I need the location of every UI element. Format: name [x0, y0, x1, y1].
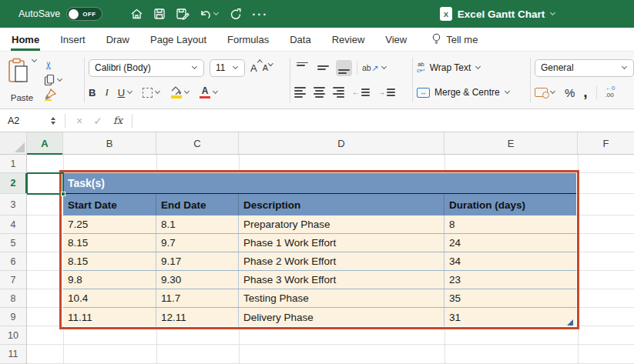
increase-indent-button[interactable]: → [377, 88, 395, 96]
formula-input[interactable] [133, 109, 634, 132]
header-end-date[interactable]: End Date [156, 194, 239, 215]
italic-button[interactable]: I [105, 86, 108, 99]
name-box-spinner[interactable] [51, 117, 55, 125]
cell-d4[interactable]: Preparatory Phase [239, 215, 444, 233]
cell-b6[interactable]: 8.15 [63, 252, 156, 270]
wrap-text-chevron-icon[interactable] [475, 65, 481, 71]
save-button[interactable] [153, 8, 166, 20]
paste-button[interactable]: Paste [6, 56, 38, 104]
tab-page-layout[interactable]: Page Layout [149, 28, 207, 51]
tab-review[interactable]: Review [331, 28, 366, 51]
orientation-button[interactable]: ab↗ [362, 63, 387, 72]
borders-button[interactable] [143, 88, 161, 98]
redo-button[interactable] [230, 8, 242, 20]
wrap-text-button[interactable]: Wrap Text [430, 62, 471, 73]
cell-d9[interactable]: Delivery Phase [239, 308, 444, 326]
header-start-date[interactable]: Start Date [63, 194, 156, 215]
cell-c8[interactable]: 11.7 [156, 289, 239, 307]
cell-c5[interactable]: 9.7 [156, 234, 239, 252]
cell-e4[interactable]: 8 [444, 215, 576, 233]
header-duration[interactable]: Duration (days) [444, 194, 576, 215]
cell-e9[interactable]: 31 [444, 308, 576, 326]
cell-b4[interactable]: 7.25 [63, 215, 156, 233]
tab-home[interactable]: Home [11, 28, 40, 51]
cell-d8[interactable]: Testing Phase [239, 289, 444, 307]
cell-d5[interactable]: Phase 1 Work Effort [239, 234, 444, 252]
align-left-button[interactable] [294, 87, 306, 98]
document-title-menu[interactable]: X Excel Gantt Chart [440, 7, 556, 21]
column-header-b[interactable]: B [63, 132, 156, 154]
name-box[interactable]: A2 [0, 115, 51, 126]
increase-decimal-button[interactable]: ←0.00 [605, 85, 615, 99]
row-header-1[interactable]: 1 [0, 155, 26, 173]
align-right-button[interactable] [333, 87, 344, 98]
row-header-8[interactable]: 8 [0, 289, 26, 308]
decrease-indent-button[interactable]: ← [352, 88, 370, 96]
row-header-5[interactable]: 5 [0, 234, 26, 252]
save-as-button[interactable] [176, 8, 190, 20]
row-header-6[interactable]: 6 [0, 252, 26, 271]
cell-e6[interactable]: 34 [444, 252, 576, 270]
row-header-10[interactable]: 10 [0, 326, 26, 345]
undo-button[interactable] [200, 8, 220, 20]
percent-style-button[interactable]: % [565, 86, 575, 99]
table-title-cell[interactable]: Task(s) [63, 173, 576, 194]
column-header-a[interactable]: A [27, 132, 63, 154]
column-header-c[interactable]: C [156, 132, 239, 154]
format-painter-button[interactable] [44, 88, 63, 102]
sheet-grid[interactable]: Task(s) Start Date End Date Description … [0, 132, 634, 364]
decrease-font-size-button[interactable]: A [263, 63, 268, 72]
cut-button[interactable]: ✂ [44, 58, 63, 72]
cell-e5[interactable]: 24 [444, 234, 576, 252]
merge-centre-button[interactable]: Merge & Centre [434, 87, 500, 98]
cell-b7[interactable]: 9.8 [63, 271, 156, 289]
cell-c4[interactable]: 8.1 [156, 215, 239, 233]
align-bottom-button[interactable] [336, 60, 352, 76]
align-top-button[interactable] [294, 60, 310, 76]
cancel-button[interactable]: × [76, 115, 82, 126]
undo-menu-chevron-icon[interactable] [213, 11, 220, 17]
cell-b5[interactable]: 8.15 [63, 234, 156, 252]
column-header-e[interactable]: E [444, 132, 578, 154]
cell-b9[interactable]: 11.11 [63, 308, 156, 326]
font-color-button[interactable]: A [200, 86, 219, 99]
column-header-d[interactable]: D [239, 132, 444, 154]
cell-c9[interactable]: 12.11 [156, 308, 239, 326]
autosave-toggle[interactable]: OFF [66, 7, 102, 21]
copy-button[interactable] [44, 73, 63, 87]
bold-button[interactable]: B [89, 87, 96, 99]
tab-data[interactable]: Data [289, 28, 311, 51]
tab-view[interactable]: View [384, 28, 408, 51]
comma-style-button[interactable]: , [583, 88, 587, 96]
more-commands-button[interactable]: ··· [252, 8, 268, 20]
cell-c7[interactable]: 9.30 [156, 271, 239, 289]
column-header-f[interactable]: F [578, 132, 634, 154]
enter-button[interactable]: ✓ [93, 115, 102, 126]
tab-formulas[interactable]: Formulas [226, 28, 270, 51]
tab-insert[interactable]: Insert [59, 28, 86, 51]
accounting-format-button[interactable] [535, 88, 556, 97]
underline-button[interactable]: U [118, 87, 133, 99]
home-button[interactable] [130, 8, 143, 20]
cell-d7[interactable]: Phase 3 Work Effort [239, 271, 444, 289]
align-middle-button[interactable] [315, 60, 331, 76]
row-header-4[interactable]: 4 [0, 215, 26, 234]
align-center-button[interactable] [314, 87, 325, 98]
select-all-corner[interactable] [0, 132, 27, 154]
row-header-3[interactable]: 3 [0, 194, 26, 215]
tab-draw[interactable]: Draw [106, 28, 130, 51]
row-header-11[interactable]: 11 [0, 345, 26, 364]
fill-color-button[interactable] [170, 86, 190, 99]
cell-e7[interactable]: 23 [444, 271, 576, 289]
paste-menu-chevron-icon[interactable] [32, 58, 38, 64]
tell-me-button[interactable]: Tell me [431, 28, 478, 51]
number-format-select[interactable]: General [535, 59, 634, 77]
insert-function-button[interactable]: fx [113, 115, 122, 125]
row-header-9[interactable]: 9 [0, 308, 26, 326]
row-header-2[interactable]: 2 [0, 173, 26, 194]
row-header-7[interactable]: 7 [0, 271, 26, 289]
fill-handle[interactable] [61, 192, 65, 196]
header-description[interactable]: Description [239, 194, 444, 215]
font-name-select[interactable]: Calibri (Body) [89, 59, 204, 77]
cell-d6[interactable]: Phase 2 Work Effort [239, 252, 444, 270]
